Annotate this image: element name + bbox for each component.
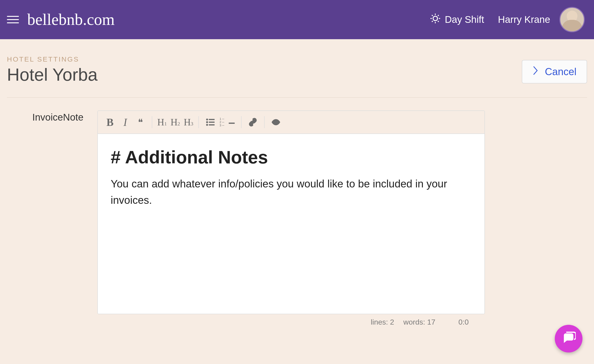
svg-point-9 — [206, 119, 208, 120]
h2-button[interactable]: H2 — [169, 117, 181, 128]
blockquote-button[interactable]: ❝ — [133, 115, 148, 129]
svg-line-7 — [432, 21, 433, 22]
breadcrumb: HOTEL SETTINGS — [7, 55, 98, 63]
markdown-editor: B I ❝ H1 H2 H3 — [97, 110, 485, 314]
svg-point-13 — [206, 124, 208, 126]
editor-content[interactable]: # Additional Notes You can add whatever … — [98, 134, 484, 314]
ordered-list-button[interactable]: 1 ─ 2 ─ 3 ─ — [218, 117, 226, 127]
chat-icon — [561, 331, 576, 346]
toolbar-separator — [198, 116, 199, 128]
chevron-right-icon — [533, 66, 539, 78]
svg-rect-14 — [209, 125, 214, 125]
toolbar-separator — [152, 116, 152, 128]
sun-icon — [430, 13, 441, 26]
menu-icon[interactable] — [7, 13, 20, 26]
top-navbar: bellebnb.com Day Shift Harry Krane — [0, 0, 594, 39]
status-words: words: 17 — [404, 318, 436, 326]
cancel-label: Cancel — [545, 66, 576, 78]
field-label: InvoiceNote — [7, 110, 83, 123]
horizontal-rule-button[interactable]: – — [226, 115, 237, 129]
user-name[interactable]: Harry Krane — [498, 14, 550, 25]
avatar[interactable] — [559, 7, 585, 32]
page-header: HOTEL SETTINGS Hotel Yorba Cancel — [7, 55, 587, 98]
shift-toggle[interactable]: Day Shift — [430, 13, 484, 26]
svg-rect-10 — [209, 119, 214, 120]
preview-button[interactable] — [268, 115, 284, 129]
svg-point-0 — [433, 16, 438, 20]
h3-button[interactable]: H3 — [182, 117, 195, 128]
shift-label: Day Shift — [445, 14, 484, 25]
link-button[interactable] — [245, 115, 260, 129]
brand-logo[interactable]: bellebnb.com — [27, 12, 115, 28]
editor-heading: # Additional Notes — [111, 147, 472, 168]
toolbar-separator — [264, 116, 265, 128]
toolbar-separator — [241, 116, 242, 128]
unordered-list-button[interactable] — [202, 115, 218, 129]
status-cursor: 0:0 — [458, 318, 468, 326]
status-lines: lines: 2 — [371, 318, 394, 326]
svg-rect-12 — [209, 122, 214, 122]
svg-point-11 — [206, 121, 208, 123]
italic-button[interactable]: I — [118, 115, 133, 129]
svg-line-8 — [438, 15, 439, 16]
svg-line-3 — [432, 15, 433, 16]
editor-paragraph: You can add whatever info/policies you w… — [111, 176, 457, 209]
invoice-note-row: InvoiceNote B I ❝ H1 H2 — [7, 98, 587, 326]
h1-button[interactable]: H1 — [156, 117, 168, 128]
editor-statusbar: lines: 2 words: 17 0:0 — [97, 314, 485, 326]
cancel-button[interactable]: Cancel — [522, 60, 587, 83]
svg-line-4 — [438, 21, 439, 22]
bold-button[interactable]: B — [102, 115, 118, 129]
chat-fab[interactable] — [555, 325, 582, 352]
editor-toolbar: B I ❝ H1 H2 H3 — [98, 111, 484, 134]
svg-point-15 — [275, 121, 277, 123]
page-title: Hotel Yorba — [7, 65, 98, 85]
